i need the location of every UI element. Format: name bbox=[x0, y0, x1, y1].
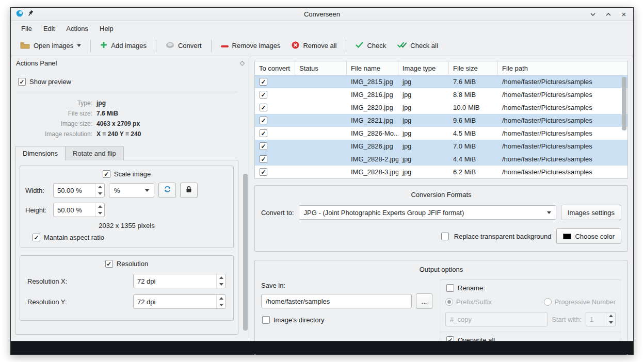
rename-checkbox[interactable] bbox=[446, 284, 454, 292]
file-size-cell: 7.0 MiB bbox=[449, 142, 498, 150]
prefix-suffix-option[interactable]: Prefix/Suffix bbox=[445, 298, 492, 306]
show-preview-checkbox[interactable] bbox=[18, 78, 26, 86]
actions-panel: Actions Panel ◇ Show preview Type: jpg F… bbox=[11, 56, 250, 341]
lock-aspect-button[interactable] bbox=[180, 183, 198, 198]
res-x-spin-down[interactable] bbox=[217, 281, 226, 288]
tab-rotate-and-flip[interactable]: Rotate and flip bbox=[65, 146, 124, 160]
height-spin-down[interactable] bbox=[95, 210, 104, 217]
titlebar[interactable]: Converseen × bbox=[11, 8, 633, 21]
to-convert-checkbox[interactable] bbox=[260, 117, 267, 124]
file-path-cell: /home/faster/Pictures/samples bbox=[498, 91, 627, 98]
to-convert-checkbox[interactable] bbox=[260, 104, 267, 111]
unit-combobox[interactable]: % bbox=[109, 183, 154, 198]
remove-all-button[interactable]: Remove all bbox=[286, 38, 342, 54]
menubar: File Edit Actions Help bbox=[11, 21, 633, 36]
panel-scrollbar[interactable] bbox=[243, 75, 248, 336]
table-row[interactable]: IMG_2826.jpg jpg 7.0 MiB /home/faster/Pi… bbox=[255, 140, 627, 153]
width-spin-up[interactable] bbox=[95, 184, 104, 190]
column-to-convert[interactable]: To convert bbox=[255, 61, 295, 75]
menu-help[interactable]: Help bbox=[94, 23, 119, 35]
column-file-path[interactable]: File path bbox=[498, 61, 627, 75]
choose-color-button[interactable]: Choose color bbox=[556, 228, 621, 244]
rename-pattern-input[interactable] bbox=[445, 312, 548, 326]
format-value: JPG - (Joint Photographic Experts Group … bbox=[304, 209, 464, 217]
to-convert-checkbox[interactable] bbox=[260, 142, 267, 150]
minimize-button[interactable] bbox=[589, 10, 597, 19]
float-panel-icon[interactable]: ◇ bbox=[240, 59, 245, 67]
height-spinbox[interactable]: 50.00 % bbox=[53, 203, 105, 217]
table-row[interactable]: IMG_2816.jpg jpg 8.8 MiB /home/faster/Pi… bbox=[255, 88, 627, 101]
image-type-cell: jpg bbox=[398, 104, 449, 111]
height-row: Height: 50.00 % bbox=[25, 203, 228, 217]
tab-dimensions[interactable]: Dimensions bbox=[15, 146, 66, 160]
resolution-y-spinbox[interactable]: 72 dpi bbox=[133, 294, 226, 309]
progressive-number-option[interactable]: Progressive Number bbox=[544, 298, 616, 306]
height-spin-up[interactable] bbox=[95, 203, 104, 210]
res-y-spin-down[interactable] bbox=[217, 302, 226, 308]
check-button[interactable]: Check bbox=[350, 38, 391, 53]
browse-button[interactable]: ... bbox=[416, 293, 432, 309]
images-settings-button[interactable]: Images settings bbox=[561, 205, 621, 220]
width-label: Width: bbox=[25, 187, 49, 194]
column-file-size[interactable]: File size bbox=[449, 61, 498, 75]
column-image-type[interactable]: Image type bbox=[398, 61, 449, 75]
pin-icon[interactable] bbox=[27, 10, 34, 19]
maintain-aspect-checkbox[interactable] bbox=[33, 234, 40, 241]
panel-scrollbar-thumb[interactable] bbox=[243, 174, 248, 331]
scale-image-checkbox[interactable] bbox=[103, 170, 110, 178]
res-x-spin-up[interactable] bbox=[217, 274, 226, 281]
resolution-checkbox[interactable] bbox=[105, 260, 113, 268]
convert-label: Convert bbox=[178, 42, 202, 50]
table-row[interactable]: IMG_2820.jpg jpg 10.0 MiB /home/faster/P… bbox=[255, 101, 627, 114]
column-status[interactable]: Status bbox=[295, 61, 347, 75]
open-images-button[interactable]: Open images bbox=[15, 38, 86, 54]
image-type-cell: jpg bbox=[398, 91, 449, 98]
maximize-button[interactable] bbox=[604, 10, 613, 19]
to-convert-checkbox[interactable] bbox=[260, 155, 267, 163]
to-convert-checkbox[interactable] bbox=[260, 91, 267, 98]
table-row[interactable]: IMG_2821.jpg jpg 9.6 MiB /home/faster/Pi… bbox=[255, 114, 627, 127]
image-resolution-value: X = 240 Y = 240 bbox=[96, 130, 238, 138]
convert-button[interactable]: Convert bbox=[160, 38, 207, 54]
add-images-button[interactable]: Add images bbox=[95, 38, 152, 54]
width-spin-down[interactable] bbox=[95, 190, 104, 197]
format-combobox[interactable]: JPG - (Joint Photographic Experts Group … bbox=[299, 205, 556, 220]
replace-bg-checkbox[interactable] bbox=[441, 233, 449, 240]
file-size-label: File size: bbox=[15, 110, 92, 117]
column-file-name[interactable]: File name bbox=[347, 61, 398, 75]
main-content: Actions Panel ◇ Show preview Type: jpg F… bbox=[11, 56, 633, 341]
menu-actions[interactable]: Actions bbox=[61, 23, 93, 35]
check-all-label: Check all bbox=[410, 42, 438, 50]
width-spinbox[interactable]: 50.00 % bbox=[53, 183, 105, 198]
remove-images-button[interactable]: Remove images bbox=[216, 38, 286, 53]
table-row[interactable]: IMG_2826-Mo... jpg 4.5 MiB /home/faster/… bbox=[255, 127, 627, 140]
progressive-number-radio[interactable] bbox=[544, 298, 552, 306]
resolution-x-spinbox[interactable]: 72 dpi bbox=[133, 274, 226, 288]
to-convert-checkbox[interactable] bbox=[260, 168, 267, 176]
file-size-value: 7.6 MiB bbox=[96, 110, 238, 117]
resolution-group: Resolution Resolution X: 72 dpi Resoluti… bbox=[20, 255, 234, 321]
to-convert-checkbox[interactable] bbox=[260, 129, 267, 137]
table-row[interactable]: IMG_2828-2.jpg jpg 4.4 MiB /home/faster/… bbox=[255, 153, 627, 166]
menu-file[interactable]: File bbox=[16, 23, 37, 35]
file-table-body: IMG_2815.jpg jpg 7.6 MiB /home/faster/Pi… bbox=[255, 75, 627, 178]
table-scrollbar-thumb[interactable] bbox=[622, 77, 626, 130]
start-spin-up[interactable] bbox=[606, 312, 615, 319]
table-scrollbar[interactable] bbox=[622, 77, 626, 176]
menu-edit[interactable]: Edit bbox=[38, 23, 60, 35]
refresh-button[interactable] bbox=[158, 183, 176, 198]
table-row[interactable]: IMG_2815.jpg jpg 7.6 MiB /home/faster/Pi… bbox=[255, 75, 627, 88]
close-button[interactable]: × bbox=[620, 10, 628, 19]
to-convert-checkbox[interactable] bbox=[260, 78, 267, 86]
save-path-input[interactable] bbox=[261, 294, 412, 308]
rename-section: Rename: Prefix/Suffix Progressive Number bbox=[440, 279, 621, 349]
images-directory-checkbox[interactable] bbox=[262, 316, 270, 324]
check-all-button[interactable]: Check all bbox=[392, 38, 443, 53]
res-y-spin-up[interactable] bbox=[217, 295, 226, 302]
start-spin-down[interactable] bbox=[606, 319, 615, 326]
table-row[interactable]: IMG_2828-3.jpg jpg 6.2 MiB /home/faster/… bbox=[255, 166, 627, 178]
prefix-suffix-radio[interactable] bbox=[445, 298, 453, 306]
status-bar bbox=[11, 341, 633, 354]
start-with-spinbox[interactable]: 1 bbox=[586, 312, 616, 326]
save-in-label: Save in: bbox=[261, 282, 432, 289]
